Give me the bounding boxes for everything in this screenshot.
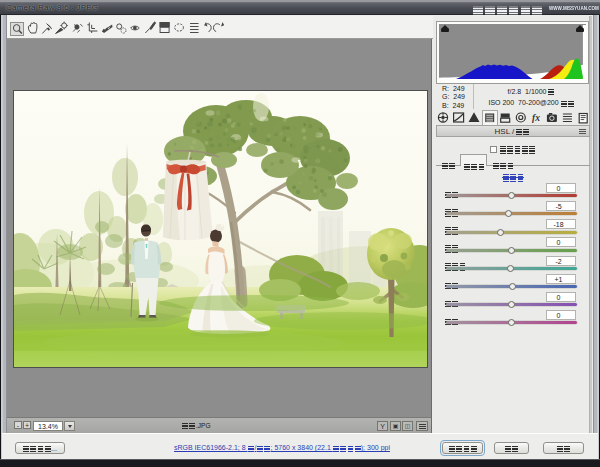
- svg-text:fx: fx: [532, 113, 540, 123]
